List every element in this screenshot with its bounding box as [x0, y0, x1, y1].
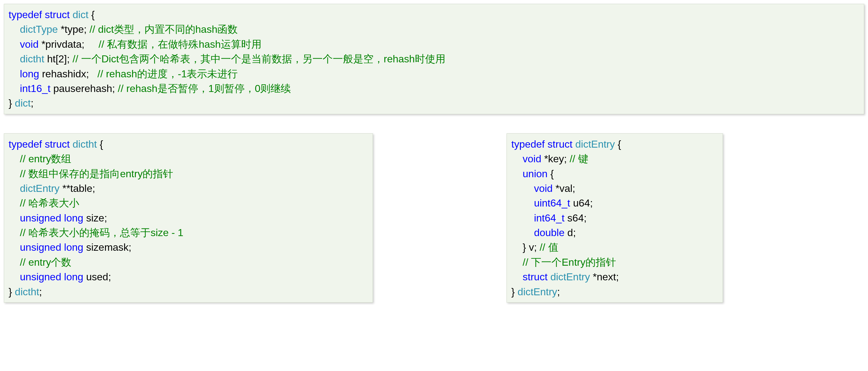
line: // 哈希表大小 — [8, 197, 79, 209]
indent — [8, 68, 20, 80]
keyword-unsigned: unsigned — [20, 271, 61, 282]
ident: u64; — [570, 197, 593, 209]
ident: *next; — [590, 271, 619, 282]
keyword-void: void — [534, 183, 553, 194]
comment: // 值 — [540, 242, 558, 253]
indent — [8, 153, 20, 164]
keyword-void: void — [20, 38, 39, 50]
keyword-unsigned: unsigned — [20, 242, 61, 253]
keyword-struct: struct — [548, 138, 572, 150]
indent — [511, 256, 523, 268]
line: int16_t pauserehash; // rehash是否暂停，1则暂停，… — [8, 83, 291, 94]
comment: // rehash的进度，-1表示未进行 — [97, 68, 238, 80]
line: typedef struct dictEntry { — [511, 138, 621, 150]
line: double d; — [511, 227, 576, 238]
indent — [8, 83, 20, 94]
line: } v; // 值 — [511, 242, 558, 253]
indent — [8, 227, 20, 238]
indent — [8, 242, 20, 253]
line: long rehashidx; // rehash的进度，-1表示未进行 — [8, 68, 238, 80]
type-dictEntry: dictEntry — [548, 271, 590, 282]
indent — [511, 197, 534, 209]
comment: // rehash是否暂停，1则暂停，0则继续 — [118, 83, 291, 94]
type-dictEntry: dictEntry — [20, 183, 60, 194]
comment: // 私有数据，在做特殊hash运算时用 — [99, 38, 261, 50]
keyword-union: union — [523, 168, 548, 180]
ident: rehashidx; — [39, 68, 97, 80]
ident: **table; — [60, 183, 95, 194]
line: dictEntry **table; — [8, 183, 95, 194]
line: struct dictEntry *next; — [511, 271, 619, 282]
keyword-struct: struct — [45, 138, 70, 150]
ident: *privdata; — [38, 38, 99, 50]
ident: sizemask; — [83, 242, 131, 253]
indent — [8, 168, 20, 180]
indent — [511, 212, 534, 224]
indent — [8, 24, 20, 35]
comment: // 一个Dict包含两个哈希表，其中一个是当前数据，另一个一般是空，rehas… — [72, 53, 445, 65]
keyword-double: double — [534, 227, 564, 238]
code-block-dictEntry: typedef struct dictEntry { void *key; //… — [506, 133, 723, 303]
keyword-unsigned: unsigned — [20, 212, 61, 224]
indent — [8, 38, 20, 50]
brace: { — [548, 168, 554, 180]
keyword-long: long — [20, 68, 39, 80]
keyword-struct: struct — [523, 271, 548, 282]
keyword-typedef: typedef — [8, 9, 42, 20]
keyword-typedef: typedef — [8, 138, 42, 150]
indent — [511, 153, 523, 164]
ident: ht[2]; — [44, 53, 72, 65]
line: void *val; — [511, 183, 575, 194]
type-dictht: dictht — [72, 138, 97, 150]
indent — [511, 227, 534, 238]
semi: ; — [557, 286, 560, 298]
comment: // 键 — [569, 153, 588, 164]
line: unsigned long size; — [8, 212, 107, 224]
code-container: typedef struct dict { dictType *type; //… — [4, 4, 864, 303]
ident: size; — [83, 212, 107, 224]
type-dictht: dictht — [15, 286, 39, 298]
code-block-dictht: typedef struct dictht { // entry数组 // 数组… — [4, 133, 373, 303]
keyword-void: void — [523, 153, 541, 164]
line: unsigned long sizemask; — [8, 242, 131, 253]
indent — [511, 242, 523, 253]
indent — [8, 271, 20, 282]
keyword-int64t: int64_t — [534, 212, 564, 224]
line: typedef struct dict { — [8, 9, 94, 20]
line: unsigned long used; — [8, 271, 111, 282]
type-dictEntry: dictEntry — [575, 138, 615, 150]
line: } dict; — [8, 97, 33, 109]
ident: used; — [83, 271, 111, 282]
line: typedef struct dictht { — [8, 138, 103, 150]
ident: pauserehash; — [51, 83, 118, 94]
indent — [511, 183, 534, 194]
line: uint64_t u64; — [511, 197, 593, 209]
brace-v: } v; — [523, 242, 540, 253]
type-dict: dict — [72, 9, 89, 20]
line: dictht ht[2]; // 一个Dict包含两个哈希表，其中一个是当前数据… — [8, 53, 445, 65]
keyword-struct: struct — [45, 9, 70, 20]
indent — [8, 197, 20, 209]
line: dictType *type; // dict类型，内置不同的hash函数 — [8, 24, 238, 35]
ident: d; — [564, 227, 576, 238]
line: } dictEntry; — [511, 286, 560, 298]
ident: *type; — [58, 24, 90, 35]
indent — [8, 212, 20, 224]
keyword-long: long — [64, 212, 83, 224]
line: int64_t s64; — [511, 212, 587, 224]
line: } dictht; — [8, 286, 42, 298]
keyword-typedef: typedef — [511, 138, 545, 150]
bottom-row: typedef struct dictht { // entry数组 // 数组… — [4, 133, 864, 303]
comment: // 哈希表大小 — [20, 197, 80, 209]
brace: { — [97, 138, 103, 150]
ident: *val; — [553, 183, 575, 194]
ident: *key; — [541, 153, 569, 164]
keyword-uint64t: uint64_t — [534, 197, 570, 209]
brace: } — [8, 97, 15, 109]
indent — [511, 271, 523, 282]
indent — [8, 53, 20, 65]
line: void *key; // 键 — [511, 153, 588, 164]
indent — [8, 256, 20, 268]
comment: // entry数组 — [20, 153, 71, 164]
brace: { — [615, 138, 621, 150]
